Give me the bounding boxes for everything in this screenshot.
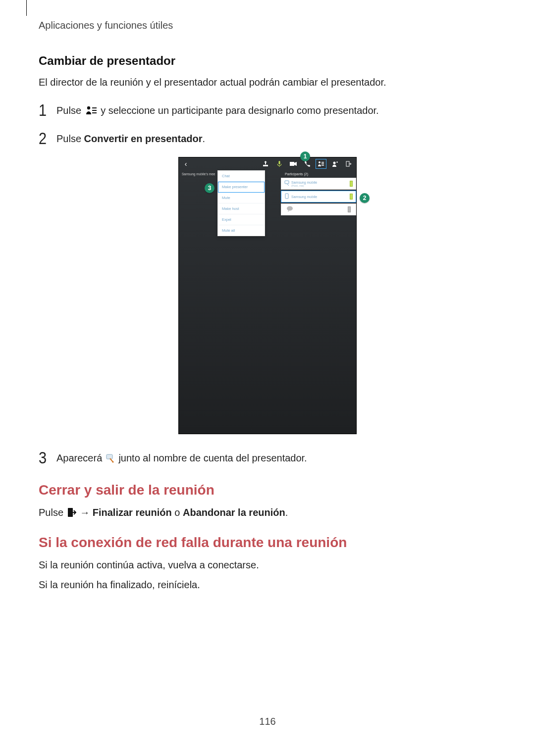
step2-text-c: .	[203, 133, 206, 144]
page-number: 116	[0, 716, 535, 727]
chat-bar	[281, 203, 356, 215]
svg-rect-4	[279, 161, 280, 164]
network-p1: Si la reunión continúa activa, vuelva a …	[39, 557, 496, 572]
mic-icon	[275, 160, 284, 168]
participant-sub: (Host, me)	[291, 184, 350, 187]
step1-text-b: y seleccione un participante para design…	[101, 105, 378, 116]
step-3: 3 Aparecerá junto al nombre de cuenta de…	[39, 448, 496, 467]
step-text: Aparecerá junto al nombre de cuenta del …	[56, 451, 307, 465]
screenshot-topbar: ‹	[179, 157, 356, 170]
svg-rect-8	[321, 162, 324, 163]
screenshot-container: 1 2 3 ‹ Samsung mobile's mee Chat	[39, 157, 496, 434]
presenter-marker-icon	[284, 180, 291, 187]
p2-bold2: Abandonar la reunión	[183, 507, 285, 518]
step-number: 3	[39, 448, 54, 467]
svg-rect-6	[290, 162, 294, 166]
svg-rect-3	[92, 112, 97, 113]
ctx-chat: Chat	[218, 171, 265, 182]
step-1: 1 Pulse y seleccione un participante par…	[39, 101, 496, 120]
step-number: 1	[39, 101, 54, 120]
svg-point-0	[87, 106, 90, 109]
svg-rect-9	[321, 163, 324, 164]
step-text: Pulse Convertir en presentador.	[56, 131, 205, 146]
add-user-icon	[330, 160, 339, 168]
p2-bold1: Finalizar reunión	[93, 507, 172, 518]
p2-mid: o	[172, 507, 183, 518]
ctx-make-host: Make host	[218, 203, 265, 214]
exit-icon	[344, 160, 353, 168]
p2-a: Pulse	[39, 507, 66, 518]
step2-bold: Convertir en presentador	[84, 133, 203, 144]
p2-arrow: →	[80, 507, 93, 518]
network-p2: Si la reunión ha finalizado, reiníciela.	[39, 577, 496, 592]
participants-panel: Participants (2) Samsung mobile (Host, m…	[281, 170, 356, 215]
steps-list: 1 Pulse y seleccione un participante par…	[39, 101, 496, 148]
step-2: 2 Pulse Convertir en presentador.	[39, 129, 496, 148]
close-meeting-paragraph: Pulse → Finalizar reunión o Abandonar la…	[39, 505, 496, 520]
exit-meeting-icon	[67, 507, 76, 517]
chat-bubble-icon	[286, 205, 293, 214]
audio-level-icon	[350, 181, 353, 187]
p2-end: .	[285, 507, 288, 518]
participant-name: Samsung mobile	[291, 181, 350, 184]
phone-icon	[303, 160, 312, 168]
device-icon	[284, 193, 291, 200]
participants-title: Participants (2)	[281, 170, 356, 178]
participants-list-icon	[85, 105, 97, 115]
back-icon: ‹	[179, 160, 191, 168]
callout-badge-2: 2	[360, 193, 370, 203]
svg-rect-13	[337, 161, 337, 163]
section-title-network-fail: Si la conexión de red falla durante una …	[39, 535, 496, 551]
participant-row-1: Samsung mobile (Host, me)	[281, 178, 356, 190]
svg-rect-10	[321, 165, 324, 166]
svg-rect-18	[107, 454, 112, 459]
svg-rect-2	[92, 110, 97, 111]
running-head: Aplicaciones y funciones útiles	[39, 20, 496, 31]
section-title-close-meeting: Cerrar y salir de la reunión	[39, 482, 496, 498]
svg-rect-15	[285, 181, 289, 184]
ctx-make-presenter: Make presenter	[218, 182, 265, 193]
callout-badge-3: 3	[205, 183, 214, 193]
left-margin-rule	[26, 0, 27, 16]
device-screenshot: 1 2 3 ‹ Samsung mobile's mee Chat	[178, 157, 357, 434]
participants-icon	[317, 160, 325, 168]
svg-rect-5	[279, 165, 280, 167]
svg-point-11	[333, 162, 336, 164]
step3-text-b: junto al nombre de cuenta del presentado…	[118, 453, 307, 463]
svg-point-7	[319, 161, 321, 163]
svg-point-19	[112, 461, 113, 462]
audio-level-icon	[350, 194, 353, 200]
context-menu: Chat Make presenter Mute Make host Expel…	[217, 170, 265, 236]
presenter-marker-icon	[106, 454, 115, 463]
steps-list-continued: 3 Aparecerá junto al nombre de cuenta de…	[39, 448, 496, 467]
share-icon	[261, 160, 270, 168]
step3-text-a: Aparecerá	[56, 453, 105, 463]
video-icon	[289, 160, 298, 168]
step-number: 2	[39, 129, 54, 148]
svg-rect-1	[92, 107, 97, 108]
intro-paragraph: El director de la reunión y el presentad…	[39, 75, 496, 90]
ctx-mute-all: Mute all	[218, 225, 265, 236]
audio-level-icon	[348, 206, 351, 212]
ctx-mute: Mute	[218, 193, 265, 203]
section-title-change-presenter: Cambiar de presentador	[39, 54, 496, 68]
participant-name: Samsung mobile	[291, 195, 350, 199]
participant-row-2: Samsung mobile	[281, 191, 356, 202]
step2-text-a: Pulse	[56, 133, 84, 144]
meeting-name-label: Samsung mobile's mee	[182, 172, 215, 176]
svg-point-17	[287, 206, 293, 211]
svg-rect-16	[285, 194, 288, 199]
step-text: Pulse y seleccione un participante para …	[56, 103, 379, 118]
ctx-expel: Expel	[218, 214, 265, 225]
step1-text-a: Pulse	[56, 105, 84, 116]
page-content: Aplicaciones y funciones útiles Cambiar …	[0, 0, 535, 592]
